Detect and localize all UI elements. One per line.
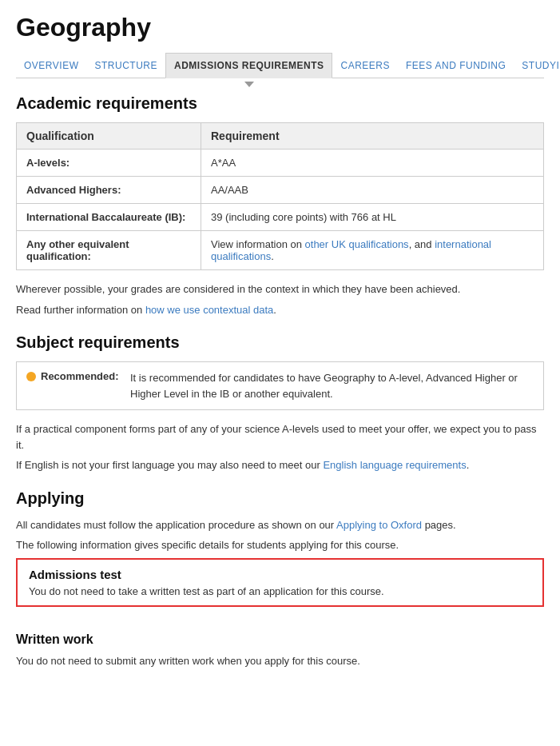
nav-tab-admissions[interactable]: ADMISSIONS REQUIREMENTS	[165, 53, 333, 78]
nav-tab-overview[interactable]: OVERVIEW	[16, 54, 86, 78]
admissions-test-text: You do not need to take a written test a…	[29, 585, 531, 597]
context-text-2-post: .	[273, 304, 276, 316]
nav-tabs: OVERVIEWSTRUCTUREADMISSIONS REQUIREMENTS…	[16, 52, 544, 78]
table-header-qualification: Qualification	[17, 123, 201, 150]
nav-tab-careers[interactable]: CAREERS	[332, 54, 398, 78]
context-text-2: Read further information on how we use c…	[16, 302, 544, 318]
page-title: Geography	[16, 13, 544, 42]
english-pre: If English is not your first language yo…	[16, 459, 323, 471]
applying-section: Applying All candidates must follow the …	[16, 489, 544, 669]
english-language-link[interactable]: English language requirements	[323, 459, 466, 471]
admissions-test-box: Admissions test You do not need to take …	[16, 558, 544, 607]
recommended-text: It is recommended for candidates to have…	[130, 370, 534, 401]
contextual-data-link[interactable]: how we use contextual data	[145, 304, 273, 316]
applying-to-oxford-link[interactable]: Applying to Oxford	[336, 519, 422, 531]
recommended-dot	[26, 372, 36, 381]
subject-requirements-heading: Subject requirements	[16, 333, 544, 352]
requirement-cell: View information on other UK qualificati…	[201, 231, 544, 270]
subject-requirements-box: Recommended: It is recommended for candi…	[16, 361, 544, 410]
applying-text-1-pre: All candidates must follow the applicati…	[16, 519, 336, 531]
subject-req-row: Recommended: It is recommended for candi…	[17, 362, 543, 409]
written-work-text: You do not need to submit any written wo…	[16, 653, 544, 669]
admissions-test-heading: Admissions test	[29, 568, 531, 581]
written-work-heading: Written work	[16, 632, 544, 647]
uk-qualifications-link[interactable]: other UK qualifications	[305, 238, 409, 250]
table-header-requirement: Requirement	[201, 123, 544, 150]
qualification-cell: Any other equivalent qualification:	[17, 231, 201, 270]
table-row: Any other equivalent qualification:View …	[17, 231, 544, 270]
recommended-label-container: Recommended:	[26, 370, 130, 382]
context-text-1: Wherever possible, your grades are consi…	[16, 281, 544, 297]
subject-requirements-section: Subject requirements Recommended: It is …	[16, 333, 544, 473]
requirement-cell: A*AA	[201, 150, 544, 177]
nav-tab-fees[interactable]: FEES AND FUNDING	[398, 54, 514, 78]
applying-text-1: All candidates must follow the applicati…	[16, 517, 544, 533]
qualification-cell: A-levels:	[17, 150, 201, 177]
academic-requirements-table: Qualification Requirement A-levels:A*AAA…	[16, 122, 544, 270]
table-row: A-levels:A*AA	[17, 150, 544, 177]
english-post: .	[467, 459, 470, 471]
table-row: International Baccalaureate (IB):39 (inc…	[17, 204, 544, 231]
academic-requirements-section: Academic requirements Qualification Requ…	[16, 94, 544, 317]
recommended-label: Recommended:	[41, 370, 119, 382]
qualification-cell: International Baccalaureate (IB):	[17, 204, 201, 231]
academic-requirements-heading: Academic requirements	[16, 94, 544, 113]
requirement-cell: 39 (including core points) with 766 at H…	[201, 204, 544, 231]
applying-text-2: The following information gives specific…	[16, 537, 544, 553]
applying-heading: Applying	[16, 489, 544, 508]
english-text: If English is not your first language yo…	[16, 457, 544, 473]
qualification-cell: Advanced Highers:	[17, 177, 201, 204]
table-row: Advanced Highers:AA/AAB	[17, 177, 544, 204]
requirement-cell: AA/AAB	[201, 177, 544, 204]
applying-text-1-post: pages.	[422, 519, 456, 531]
practical-text: If a practical component forms part of a…	[16, 421, 544, 453]
nav-tab-studying[interactable]: STUDYING AT OXFORD	[514, 54, 560, 78]
nav-tab-structure[interactable]: STRUCTURE	[86, 54, 165, 78]
context-text-2-pre: Read further information on	[16, 304, 145, 316]
